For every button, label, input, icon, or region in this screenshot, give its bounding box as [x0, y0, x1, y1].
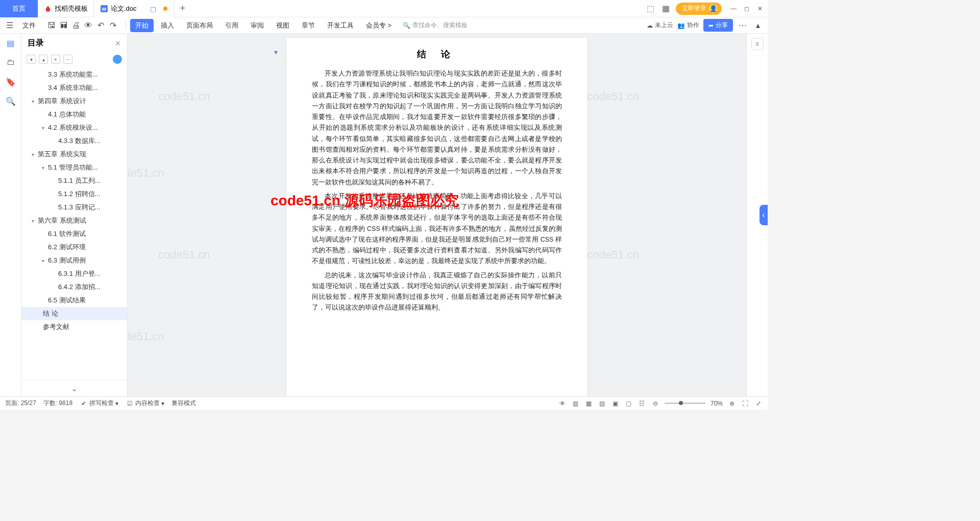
close-button[interactable]: ✕	[756, 5, 764, 12]
login-button[interactable]: 立即登录 👤	[676, 3, 722, 15]
menu-view[interactable]: 视图	[271, 19, 295, 32]
share-button[interactable]: ➦分享	[703, 19, 733, 32]
outline-item[interactable]: ▾第六章 系统测试	[21, 214, 127, 227]
outline-close-icon[interactable]: ✕	[115, 39, 121, 48]
fit-icon[interactable]: ⛶	[741, 399, 749, 408]
zoom-in-icon[interactable]: ⊕	[728, 399, 736, 408]
zoom-thumb[interactable]	[679, 401, 683, 405]
print-icon[interactable]: 🖨	[70, 20, 82, 31]
outline-rail-icon[interactable]: ▤	[6, 38, 16, 48]
menu-chapter[interactable]: 章节	[297, 19, 320, 32]
layout-icon[interactable]: ⬚	[645, 4, 655, 14]
spell-check[interactable]: ✔拼写检查 ▾	[80, 399, 118, 408]
outline-item[interactable]: ▾6.3 测试用例	[21, 254, 127, 267]
outline-item[interactable]: 6.5 测试结果	[21, 294, 127, 307]
collab-icon: 👥	[677, 22, 685, 29]
layout2-icon[interactable]: ▦	[585, 399, 593, 408]
cast-icon[interactable]: ▢	[150, 5, 157, 12]
outline-item[interactable]: ▾5.1 管理员功能...	[21, 161, 127, 174]
docer-icon	[44, 5, 52, 12]
side-panel-handle[interactable]: ‹	[760, 205, 768, 225]
outline-item[interactable]: 3.3 系统功能需...	[21, 68, 127, 81]
outline-item[interactable]: 参考文献	[21, 320, 127, 334]
collapse-ribbon-icon[interactable]: ▴	[752, 20, 764, 31]
assistant-icon[interactable]	[113, 55, 122, 64]
outline-item[interactable]: 4.3.3 数据库...	[21, 134, 127, 148]
outline-item[interactable]: ▾4.2 系统模块设...	[21, 121, 127, 134]
outline-scroll-down[interactable]: ⌄	[21, 380, 127, 396]
tab-label: 论文.doc	[111, 4, 137, 13]
menu-insert[interactable]: 插入	[156, 19, 179, 32]
outline-item[interactable]: 5.1.2 招聘信...	[21, 187, 127, 201]
compat-mode[interactable]: 兼容模式	[172, 399, 196, 408]
window-controls: — ◻ ✕	[730, 5, 764, 12]
file-menu[interactable]: 文件	[17, 19, 41, 32]
outline-item[interactable]: 3.4 系统非功能...	[21, 81, 127, 94]
nav-rail-icon[interactable]: 🗀	[6, 57, 16, 67]
save-icon[interactable]: 🖫	[46, 20, 57, 31]
zoom-value[interactable]: 70%	[710, 400, 723, 407]
view-icon[interactable]: ☷	[638, 399, 646, 408]
search-rail-icon[interactable]: 🔍	[6, 96, 16, 106]
menu-review[interactable]: 审阅	[246, 19, 269, 32]
outline-item[interactable]: ▾第四章 系统设计	[21, 94, 127, 108]
layout5-icon[interactable]: ▢	[625, 399, 633, 408]
menu-icon[interactable]: ☰	[4, 20, 15, 31]
tab-template[interactable]: 找稻壳模板	[38, 0, 94, 17]
layout4-icon[interactable]: ▣	[611, 399, 620, 408]
properties-icon[interactable]: ≡	[751, 38, 764, 50]
outline-item[interactable]: 5.1.3 应聘记...	[21, 201, 127, 214]
watermark-bg: code51.cn	[587, 248, 639, 262]
layout1-icon[interactable]: ▥	[572, 399, 580, 408]
fullscreen-icon[interactable]: ⤢	[754, 399, 763, 408]
command-search[interactable]: 🔍 查找命令、搜索模板	[399, 20, 472, 31]
menu-devtools[interactable]: 开发工具	[322, 19, 359, 32]
collapse-all-icon[interactable]: ▾	[27, 55, 36, 64]
save-as-icon[interactable]: 🖬	[58, 20, 69, 31]
menu-start[interactable]: 开始	[130, 19, 154, 32]
content-check[interactable]: ☑内容检查 ▾	[126, 399, 164, 408]
document-viewport[interactable]: code51.cn code51.cn code51.cn code51.cn …	[128, 34, 746, 396]
share-icon: ➦	[708, 22, 714, 29]
outline-item[interactable]: 结 论	[21, 307, 127, 320]
word-count[interactable]: 字数: 9818	[43, 399, 72, 408]
layout3-icon[interactable]: ▤	[598, 399, 606, 408]
spell-icon: ✔	[80, 399, 88, 408]
watermark-bg: code51.cn	[587, 90, 639, 103]
page-indicator[interactable]: 页面: 25/27	[5, 399, 36, 408]
outline-item[interactable]: 6.2 测试环境	[21, 241, 127, 254]
outline-title: 目录	[28, 38, 44, 49]
menu-member[interactable]: 会员专 >	[361, 19, 397, 32]
menu-layout[interactable]: 页面布局	[181, 19, 218, 32]
preview-icon[interactable]: 👁	[83, 20, 94, 31]
maximize-button[interactable]: ◻	[743, 5, 750, 12]
collab-button[interactable]: 👥协作	[677, 21, 699, 30]
tool-minus-icon[interactable]: −	[63, 55, 72, 64]
outline-item[interactable]: 6.1 软件测试	[21, 227, 127, 241]
tab-document[interactable]: W 论文.doc ▢	[94, 0, 174, 17]
menu-references[interactable]: 引用	[220, 19, 243, 32]
tool-plus-icon[interactable]: +	[51, 55, 60, 64]
outline-item[interactable]: 4.1 总体功能	[21, 108, 127, 121]
tab-add-button[interactable]: +	[174, 3, 192, 14]
outline-item[interactable]: 5.1.1 员工列...	[21, 174, 127, 187]
zoom-out-icon[interactable]: ⊖	[651, 399, 659, 408]
minimize-button[interactable]: —	[730, 5, 737, 12]
main-area: ▤ 🗀 🔖 🔍 目录 ✕ ▾ ▴ + − 3.3 系统功能需...3.4 系统非…	[0, 34, 768, 396]
outline-item[interactable]: ▾第五章 系统实现	[21, 148, 127, 161]
bookmark-rail-icon[interactable]: 🔖	[6, 77, 16, 87]
expand-all-icon[interactable]: ▴	[39, 55, 48, 64]
statusbar: 页面: 25/27 字数: 9818 ✔拼写检查 ▾ ☑内容检查 ▾ 兼容模式 …	[0, 396, 768, 410]
more-icon[interactable]: ⋯	[737, 20, 748, 31]
outline-item[interactable]: 6.4.2 添加招...	[21, 280, 127, 294]
undo-icon[interactable]: ↶	[95, 20, 106, 31]
toolbar-right: ☁未上云 👥协作 ➦分享 ⋯ ▴	[647, 19, 764, 32]
apps-icon[interactable]: ▦	[660, 4, 671, 14]
cloud-status[interactable]: ☁未上云	[647, 21, 673, 30]
zoom-slider[interactable]	[665, 402, 705, 404]
redo-icon[interactable]: ↷	[107, 20, 118, 31]
page-marker-icon[interactable]: ▾	[274, 48, 278, 56]
outline-item[interactable]: 6.3.1 用户登...	[21, 267, 127, 280]
read-mode-icon[interactable]: 👁	[558, 399, 567, 408]
tab-home[interactable]: 首页	[0, 0, 38, 17]
